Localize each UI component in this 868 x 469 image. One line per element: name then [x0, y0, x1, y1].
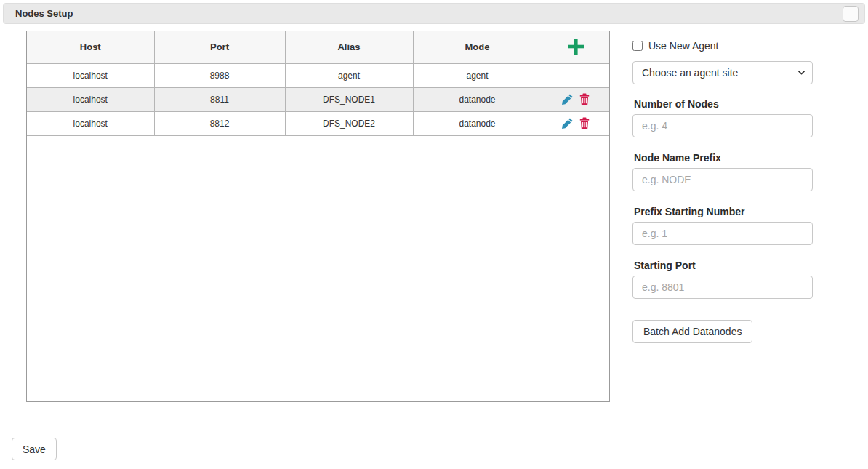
trash-icon: [579, 117, 590, 129]
cell-alias: agent: [285, 63, 413, 87]
cell-port: 8812: [154, 111, 285, 135]
cell-mode: datanode: [413, 111, 542, 135]
edit-node-button[interactable]: [561, 93, 574, 105]
cell-host: localhost: [27, 63, 154, 87]
column-header-port: Port: [154, 31, 285, 63]
table-row: localhost 8811 DFS_NODE1 datanode: [27, 87, 609, 111]
save-button[interactable]: Save: [12, 438, 57, 460]
delete-node-button[interactable]: [579, 93, 590, 105]
cell-mode: agent: [413, 63, 542, 87]
prefix-starting-number-input[interactable]: [632, 222, 813, 245]
use-new-agent-label[interactable]: Use New Agent: [648, 40, 719, 52]
column-header-actions: [542, 31, 609, 63]
number-of-nodes-input[interactable]: [632, 114, 813, 137]
table-row: localhost 8812 DFS_NODE2 datanode: [27, 111, 609, 135]
use-new-agent-checkbox[interactable]: [632, 41, 643, 51]
cell-mode: datanode: [413, 87, 542, 111]
prefix-starting-number-label: Prefix Starting Number: [634, 206, 744, 217]
panel-toggle-button[interactable]: [843, 6, 859, 22]
pencil-icon: [561, 93, 574, 105]
node-name-prefix-input[interactable]: [632, 168, 813, 191]
trash-icon: [579, 93, 590, 105]
pencil-icon: [561, 117, 574, 129]
page-title: Nodes Setup: [15, 8, 73, 19]
plus-icon: [565, 36, 587, 57]
table-row: localhost 8988 agent agent: [27, 63, 609, 87]
number-of-nodes-label: Number of Nodes: [634, 98, 719, 110]
nodes-table: Host Port Alias Mode: [27, 31, 609, 136]
column-header-alias: Alias: [285, 31, 413, 63]
column-header-host: Host: [27, 31, 154, 63]
use-new-agent-row: Use New Agent: [632, 40, 719, 52]
agent-site-select[interactable]: Choose an agent site: [632, 61, 813, 84]
cell-port: 8811: [154, 87, 285, 111]
cell-alias: DFS_NODE1: [285, 87, 413, 111]
cell-port: 8988: [154, 63, 285, 87]
nodes-table-container: Host Port Alias Mode: [26, 31, 610, 402]
column-header-mode: Mode: [413, 31, 542, 63]
table-header-row: Host Port Alias Mode: [27, 31, 609, 63]
agent-site-select-wrap: Choose an agent site: [632, 61, 813, 84]
starting-port-label: Starting Port: [634, 260, 696, 271]
cell-alias: DFS_NODE2: [285, 111, 413, 135]
edit-node-button[interactable]: [561, 117, 574, 129]
panel-header: Nodes Setup: [3, 3, 865, 24]
batch-add-datanodes-button[interactable]: Batch Add Datanodes: [632, 320, 752, 343]
cell-actions: [542, 111, 609, 135]
delete-node-button[interactable]: [579, 117, 590, 129]
cell-actions-empty: [542, 63, 609, 87]
cell-actions: [542, 87, 609, 111]
starting-port-input[interactable]: [632, 276, 813, 299]
cell-host: localhost: [27, 111, 154, 135]
add-node-button[interactable]: [563, 34, 588, 59]
node-name-prefix-label: Node Name Prefix: [634, 152, 721, 164]
cell-host: localhost: [27, 87, 154, 111]
